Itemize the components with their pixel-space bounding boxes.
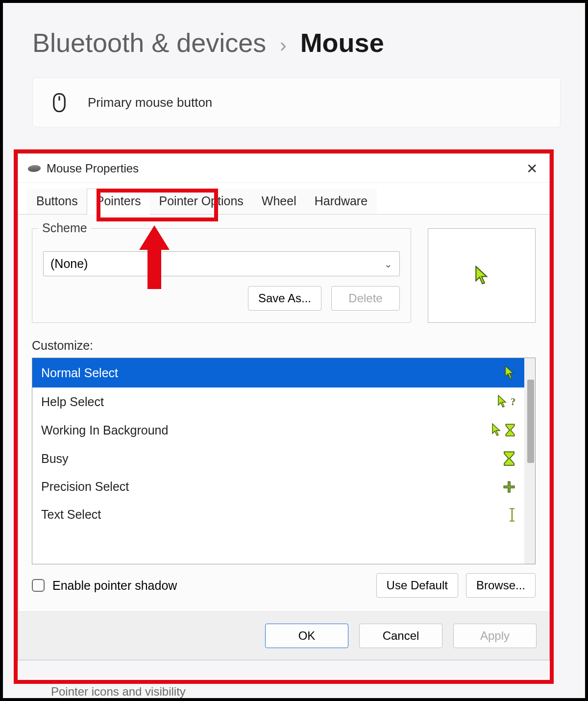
crosshair-icon [503,481,515,493]
tab-buttons[interactable]: Buttons [27,189,87,215]
delete-button: Delete [331,286,400,311]
tab-pointer-options[interactable]: Pointer Options [150,189,253,215]
scrollbar-thumb[interactable] [527,380,534,463]
save-as-button[interactable]: Save As... [248,286,321,311]
primary-mouse-button-label: Primary mouse button [88,95,212,110]
list-item-working-in-background[interactable]: Working In Background [32,416,524,444]
dialog-title: Mouse Properties [47,162,139,175]
list-item-label: Text Select [41,508,503,522]
pointer-preview [428,228,536,323]
apply-button: Apply [453,624,537,648]
question-mark-icon: ? [511,396,515,408]
breadcrumb-chevron-icon: › [280,34,286,56]
list-item-normal-select[interactable]: Normal Select [32,358,524,387]
cursor-arrow-icon [504,365,515,381]
cursor-arrow-icon [491,423,502,437]
customize-label: Customize: [32,338,536,353]
pointer-icons-visibility-label: Pointer icons and visibility [51,685,186,699]
cursor-arrow-icon [497,394,508,409]
list-item-busy[interactable]: Busy [32,444,524,473]
list-item-label: Busy [41,452,497,466]
mouse-icon [50,93,68,112]
list-item-label: Normal Select [41,366,498,380]
ibeam-icon [509,508,515,522]
mouse-device-icon [27,165,42,172]
browse-button[interactable]: Browse... [466,573,536,598]
dialog-body: Scheme (None) ⌄ Save As... Delete [18,215,549,611]
breadcrumb-parent[interactable]: Bluetooth & devices [32,27,266,58]
hourglass-icon [505,424,515,436]
breadcrumb: Bluetooth & devices › Mouse [3,3,585,77]
ok-button[interactable]: OK [265,624,348,648]
tab-hardware[interactable]: Hardware [305,189,377,215]
dialog-titlebar[interactable]: Mouse Properties ✕ [18,154,549,183]
use-default-button[interactable]: Use Default [376,573,458,598]
list-item-text-select[interactable]: Text Select [32,501,524,529]
mouse-properties-dialog: Mouse Properties ✕ Buttons Pointers Poin… [18,153,550,660]
breadcrumb-current: Mouse [300,27,384,58]
cursor-arrow-icon [474,265,490,287]
cursor-list[interactable]: Normal Select Help Select ? Working [32,358,536,564]
close-icon[interactable]: ✕ [524,161,539,176]
tab-wheel[interactable]: Wheel [252,189,306,215]
scheme-group: Scheme (None) ⌄ Save As... Delete [32,228,411,323]
chevron-down-icon: ⌄ [384,258,392,270]
scheme-select[interactable]: (None) ⌄ [43,251,400,276]
scheme-value: (None) [50,257,88,270]
list-item-help-select[interactable]: Help Select ? [32,387,524,416]
tab-pointers[interactable]: Pointers [87,189,150,215]
scheme-legend: Scheme [38,221,91,235]
scrollbar[interactable] [524,358,535,564]
primary-mouse-button-row[interactable]: Primary mouse button [32,77,561,127]
list-item-label: Precision Select [41,480,497,494]
list-item-label: Working In Background [41,423,485,437]
list-item-label: Help Select [41,395,491,409]
dialog-footer: OK Cancel Apply [18,611,549,660]
tabstrip: Buttons Pointers Pointer Options Wheel H… [18,183,549,215]
list-item-precision-select[interactable]: Precision Select [32,473,524,501]
cancel-button[interactable]: Cancel [359,624,442,648]
hourglass-icon [503,451,515,466]
enable-pointer-shadow-checkbox[interactable] [32,579,45,592]
enable-pointer-shadow-label: Enable pointer shadow [52,579,177,593]
